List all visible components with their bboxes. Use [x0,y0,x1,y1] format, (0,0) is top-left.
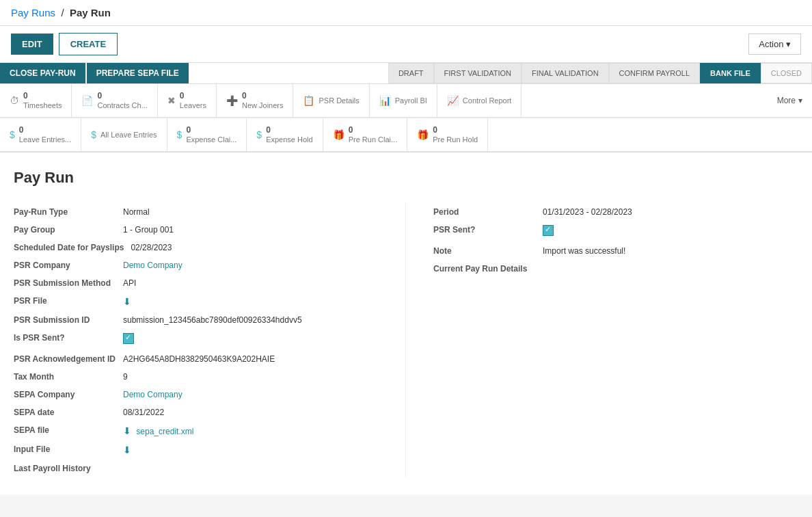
sepa-date-label: SEPA date [14,408,123,417]
pay-group-row: Pay Group 1 - Group 001 [14,221,378,239]
tab-expense-hold[interactable]: $ 0Expense Hold [247,118,323,151]
psr-details-icon: 📋 [303,95,314,106]
content: Pay Run Pay-Run Type Normal Pay Group 1 … [0,153,812,494]
timesheets-icon: ⏱ [10,95,19,106]
sepa-company-value[interactable]: Demo Company [123,390,182,399]
expense-claims-icon: $ [177,129,182,140]
step-draft[interactable]: DRAFT [388,63,434,83]
sepa-date-row: SEPA date 08/31/2022 [14,403,378,421]
sepa-company-label: SEPA Company [14,390,123,399]
tab-psr-details[interactable]: 📋 PSR Details [293,84,369,117]
pay-group-value: 1 - Group 001 [123,225,174,235]
psr-company-label: PSR Company [14,261,123,270]
close-pay-run-button[interactable]: CLOSE PAY-RUN [0,63,85,83]
scheduled-date-value: 02/28/2023 [131,243,172,252]
control-report-icon: 📈 [447,95,459,106]
contracts-icon: 📄 [81,95,93,106]
tab-pre-run-claims[interactable]: 🎁 0Pre Run Clai... [323,118,408,151]
note-row: Note Import was successful! [433,242,798,260]
psr-submission-method-label: PSR Submission Method [14,278,123,288]
psr-submission-id-value: submission_123456abc7890def00926334hddvv… [123,315,302,325]
tab-contracts-changes[interactable]: 📄 0Contracts Ch... [72,84,157,117]
pay-run-type-value: Normal [123,207,150,217]
status-bar: CLOSE PAY-RUN PREPARE SEPA FILE DRAFT FI… [0,63,812,84]
pay-run-type-label: Pay-Run Type [14,207,123,217]
input-file-download[interactable]: ⬇ [123,445,131,455]
tabs-row1: ⏱ 0Timesheets 📄 0Contracts Ch... ✖ 0Leav… [0,84,812,118]
tab-timesheets[interactable]: ⏱ 0Timesheets [0,84,72,117]
step-confirm-payroll[interactable]: CONFIRM PAYROLL [609,63,701,83]
is-psr-sent-checkbox [123,333,134,346]
period-row: Period 01/31/2023 - 02/28/2023 [433,203,798,221]
tab-payroll-bi[interactable]: 📊 Payroll BI [370,84,437,117]
tab-pre-run-hold[interactable]: 🎁 0Pre Run Hold [407,118,488,151]
step-closed[interactable]: CLOSED [761,63,812,83]
tabs-more[interactable]: More ▾ [768,84,812,117]
psr-submission-method-value: API [123,278,136,288]
sepa-file-value[interactable]: ⬇ sepa_credit.xml [123,425,193,436]
tab-new-joiners[interactable]: ➕ 0New Joiners [217,84,294,117]
tax-month-row: Tax Month 9 [14,368,378,386]
breadcrumb-parent[interactable]: Pay Runs [11,7,55,18]
leavers-icon: ✖ [167,95,176,106]
psr-file-download[interactable]: ⬇ [123,296,131,307]
prepare-sepa-button[interactable]: PREPARE SEPA FILE [87,63,189,83]
right-column: Period 01/31/2023 - 02/28/2023 PSR Sent?… [406,203,798,477]
leave-entries-icon: $ [10,129,15,140]
is-psr-sent-label: Is PSR Sent? [14,333,123,343]
pre-run-hold-icon: 🎁 [417,129,429,140]
sepa-file-label: SEPA file [14,425,123,435]
psr-submission-id-label: PSR Submission ID [14,315,123,325]
pay-run-type-row: Pay-Run Type Normal [14,203,378,221]
psr-file-label: PSR File [14,296,123,306]
psr-company-value[interactable]: Demo Company [123,261,182,270]
scheduled-date-label: Scheduled Date for Payslips [14,243,131,252]
input-file-row: Input File ⬇ [14,440,378,460]
breadcrumb: Pay Runs / Pay Run [0,0,812,26]
tab-leavers[interactable]: ✖ 0Leavers [158,84,217,117]
left-column: Pay-Run Type Normal Pay Group 1 - Group … [14,203,406,477]
note-label: Note [433,246,543,256]
pay-group-label: Pay Group [14,225,123,235]
last-payroll-history-row: Last Payroll History [14,460,378,477]
pre-run-claims-icon: 🎁 [333,129,344,140]
tab-expense-claims[interactable]: $ 0Expense Clai... [167,118,247,151]
toolbar: EDIT CREATE Action [0,26,812,63]
psr-file-row: PSR File ⬇ [14,292,378,311]
step-bank-file[interactable]: BANK FILE [700,63,761,83]
period-label: Period [433,207,543,217]
psr-sent-row: PSR Sent? [433,221,798,242]
last-payroll-history-label: Last Payroll History [14,464,123,473]
edit-button[interactable]: EDIT [11,34,53,55]
psr-company-row: PSR Company Demo Company [14,256,378,274]
tabs-container: ⏱ 0Timesheets 📄 0Contracts Ch... ✖ 0Leav… [0,84,812,153]
tab-all-leave-entries[interactable]: $ All Leave Entries [81,118,167,151]
tab-leave-entries[interactable]: $ 0Leave Entries... [0,118,81,151]
current-pay-run-details-label: Current Pay Run Details [433,264,543,274]
chevron-down-icon: ▾ [798,96,802,105]
sepa-company-row: SEPA Company Demo Company [14,386,378,403]
psr-sent-checkbox [543,225,554,238]
workflow-steps: DRAFT FIRST VALIDATION FINAL VALIDATION … [189,63,812,83]
psr-acknowledgement-row: PSR Acknowledgement ID A2HG645A8DH838295… [14,350,378,368]
new-joiners-icon: ➕ [226,95,238,106]
tax-month-value: 9 [123,372,128,382]
step-first-validation[interactable]: FIRST VALIDATION [434,63,522,83]
action-button[interactable]: Action [748,34,801,55]
tax-month-label: Tax Month [14,372,123,382]
sepa-file-download-icon: ⬇ [123,425,131,436]
is-psr-sent-row: Is PSR Sent? [14,329,378,350]
tab-control-report[interactable]: 📈 Control Report [437,84,522,117]
scheduled-date-row: Scheduled Date for Payslips 02/28/2023 [14,239,378,256]
page-title: Pay Run [14,169,798,187]
psr-submission-id-row: PSR Submission ID submission_123456abc78… [14,311,378,329]
payroll-bi-icon: 📊 [379,95,391,106]
psr-submission-method-row: PSR Submission Method API [14,274,378,292]
details-grid: Pay-Run Type Normal Pay Group 1 - Group … [14,203,798,477]
psr-sent-label: PSR Sent? [433,225,543,235]
expense-hold-icon: $ [256,129,262,140]
psr-acknowledgement-value: A2HG645A8DH8382950463K9A202HAIE [123,354,275,364]
create-button[interactable]: CREATE [59,33,118,55]
step-final-validation[interactable]: FINAL VALIDATION [522,63,609,83]
period-value: 01/31/2023 - 02/28/2023 [543,207,632,217]
